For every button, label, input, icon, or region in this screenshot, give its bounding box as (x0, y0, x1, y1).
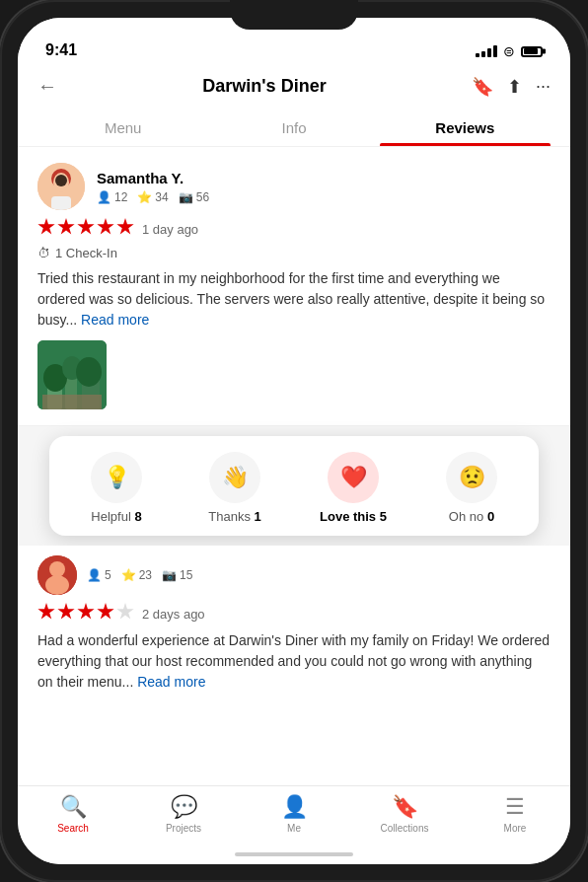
reviews-stat: ⭐ 34 (137, 190, 168, 204)
phone-screen: 9:41 ⊜ ← Dar (18, 18, 570, 864)
reactions-container: 💡 Helpful 8 👋 Thanks 1 (18, 426, 570, 546)
tab-info[interactable]: Info (208, 110, 379, 146)
review-text-2: Had a wonderful experience at Darwin's D… (37, 630, 551, 693)
reviews-stat-2: ⭐ 23 (121, 568, 152, 582)
time-ago-2: 2 days ago (142, 607, 205, 622)
me-icon: 👤 (281, 794, 308, 820)
svg-rect-12 (42, 395, 102, 409)
collections-icon: 🔖 (392, 794, 418, 820)
read-more-link-1[interactable]: Read more (81, 312, 149, 328)
time-ago: 1 day ago (142, 222, 198, 237)
tab-menu[interactable]: Menu (37, 110, 208, 146)
svg-point-15 (45, 575, 69, 595)
reaction-love-this[interactable]: ❤️ Love this 5 (319, 452, 388, 524)
review-image[interactable] (37, 340, 107, 409)
rating-row-2: 2 days ago (37, 603, 551, 625)
more-options-icon[interactable]: ··· (536, 76, 551, 97)
tab-reviews[interactable]: Reviews (380, 110, 551, 146)
status-time: 9:41 (45, 41, 77, 59)
reactions-popup: 💡 Helpful 8 👋 Thanks 1 (49, 436, 539, 536)
photos-icon: 📷 (179, 190, 193, 204)
header-actions: 🔖 ⬆ ··· (472, 76, 551, 98)
me-label: Me (287, 823, 301, 834)
svg-point-11 (76, 357, 102, 387)
oh-no-icon: 😟 (459, 465, 485, 490)
reviewer-name: Samantha Y. (97, 170, 551, 186)
phone-frame: 9:41 ⊜ ← Dar (0, 0, 588, 882)
page-title: Darwin's Diner (202, 76, 326, 97)
photos-stat: 📷 56 (179, 190, 209, 204)
reviewer-stats-2: 👤 5 ⭐ 23 📷 15 (87, 568, 192, 582)
photos-stat-2: 📷 15 (162, 568, 192, 582)
helpful-icon-wrap: 💡 (91, 452, 142, 503)
nav-more[interactable]: ☰ More (460, 794, 570, 834)
love-this-icon-wrap: ❤️ (328, 452, 379, 503)
back-button[interactable]: ← (37, 75, 57, 98)
checkin-badge: ⏱ 1 Check-In (37, 246, 551, 260)
star-r2-1 (37, 603, 55, 621)
nav-me[interactable]: 👤 Me (239, 794, 349, 834)
star-1 (37, 218, 55, 236)
love-this-icon: ❤️ (340, 465, 367, 490)
checkin-icon: ⏱ (37, 246, 50, 260)
star-r2-4 (97, 603, 114, 621)
battery-icon (521, 46, 543, 57)
read-more-link-2[interactable]: Read more (137, 674, 205, 690)
review-card-2: 👤 5 ⭐ 23 📷 15 (18, 546, 570, 718)
rating-row: 1 day ago (37, 218, 551, 240)
scroll-area: Samantha Y. 👤 12 ⭐ 34 (18, 147, 570, 864)
star-r2-3 (77, 603, 95, 621)
star-rating (37, 218, 134, 236)
thanks-label: Thanks 1 (208, 509, 261, 524)
projects-label: Projects (166, 823, 201, 834)
signal-icon (476, 45, 497, 57)
helpful-icon: 💡 (104, 465, 130, 490)
avatar-2 (37, 555, 77, 595)
status-icons: ⊜ (476, 43, 543, 59)
thanks-icon-wrap: 👋 (209, 452, 260, 503)
star-2 (57, 218, 75, 236)
share-icon[interactable]: ⬆ (507, 76, 522, 98)
bookmark-icon[interactable]: 🔖 (472, 76, 493, 98)
friends-stat: 👤 12 (97, 190, 127, 204)
love-this-label: Love this 5 (320, 509, 387, 524)
svg-point-3 (55, 175, 67, 186)
reaction-thanks[interactable]: 👋 Thanks 1 (200, 452, 269, 524)
nav-search[interactable]: 🔍 Search (18, 794, 128, 834)
search-label: Search (57, 823, 89, 834)
svg-rect-4 (51, 196, 71, 210)
home-indicator (235, 852, 353, 856)
thanks-icon: 👋 (222, 465, 249, 490)
review-text-1: Tried this restaurant in my neighborhood… (37, 268, 551, 331)
reviewer-stats: 👤 12 ⭐ 34 📷 56 (97, 190, 551, 204)
oh-no-icon-wrap: 😟 (446, 452, 497, 503)
more-label: More (504, 823, 527, 834)
svg-point-14 (49, 561, 65, 577)
tab-bar: Menu Info Reviews (37, 110, 551, 146)
search-icon: 🔍 (60, 794, 87, 820)
avatar (37, 163, 85, 210)
reviewer-2-stats: 👤 5 ⭐ 23 📷 15 (87, 568, 192, 582)
reaction-helpful[interactable]: 💡 Helpful 8 (82, 452, 151, 524)
friends-stat-2: 👤 5 (87, 568, 111, 582)
wifi-icon: ⊜ (503, 43, 515, 59)
friends-icon: 👤 (97, 190, 111, 204)
star-r2-2 (57, 603, 75, 621)
helpful-label: Helpful 8 (91, 509, 141, 524)
review-card-1: Samantha Y. 👤 12 ⭐ 34 (18, 147, 570, 426)
star-r2-5 (116, 603, 134, 621)
reviews-icon-2: ⭐ (121, 568, 136, 582)
star-5 (116, 218, 134, 236)
star-rating-2 (37, 603, 134, 621)
notch (230, 0, 358, 30)
reviews-icon: ⭐ (137, 190, 152, 204)
reaction-oh-no[interactable]: 😟 Oh no 0 (437, 452, 506, 524)
nav-projects[interactable]: 💬 Projects (128, 794, 239, 834)
nav-collections[interactable]: 🔖 Collections (349, 794, 460, 834)
oh-no-label: Oh no 0 (449, 509, 494, 524)
header: ← Darwin's Diner 🔖 ⬆ ··· Menu Info (18, 67, 570, 147)
photos-icon-2: 📷 (162, 568, 177, 582)
more-icon: ☰ (505, 794, 525, 820)
star-4 (97, 218, 114, 236)
star-3 (77, 218, 95, 236)
